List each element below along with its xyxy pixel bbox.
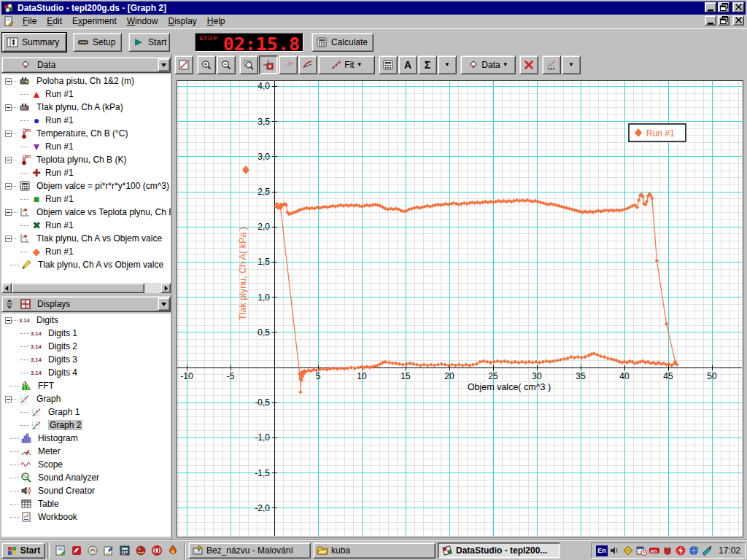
data-panel-dropdown[interactable] <box>158 58 170 71</box>
data-tree-item[interactable]: Tlak plynu, Ch A (kPa) <box>1 101 171 114</box>
data-tree-item[interactable]: Tlak plynu, Ch A vs Objem valce <box>1 258 171 271</box>
setup-button[interactable]: Setup <box>73 33 122 52</box>
quick-launch-opera-icon[interactable] <box>151 545 163 556</box>
document-close-button[interactable] <box>732 15 744 26</box>
text-annotation-button[interactable]: A <box>398 55 417 74</box>
displays-tree-item[interactable]: 3.14Digits 4 <box>1 366 171 379</box>
calculate-button[interactable]: Calculate <box>311 33 374 52</box>
quick-launch-dragon-icon[interactable] <box>135 545 147 556</box>
data-tree-item[interactable]: ■Run #1 <box>1 192 171 206</box>
expand-box[interactable] <box>5 183 12 190</box>
menu-file[interactable]: File <box>18 15 42 28</box>
tray-volume-icon[interactable] <box>609 545 621 556</box>
splitter-icon[interactable] <box>4 298 18 310</box>
menu-help[interactable]: Help <box>202 15 231 28</box>
displays-tree-item[interactable]: 3.14Digits 1 <box>1 327 171 340</box>
menu-edit[interactable]: Edit <box>42 15 67 28</box>
statistics-button[interactable]: Σ <box>418 55 437 74</box>
expand-box[interactable] <box>5 209 12 216</box>
data-menu-button[interactable]: Data▼ <box>460 55 516 74</box>
menu-display[interactable]: Display <box>163 15 201 28</box>
expand-box[interactable] <box>5 236 12 242</box>
displays-tree-item[interactable]: Graph 2 <box>1 419 171 432</box>
scroll-thumb[interactable] <box>12 283 144 293</box>
task-button[interactable]: Bez_názvu - Malování <box>188 542 311 559</box>
tray-scheduler-icon[interactable] <box>635 545 647 556</box>
document-minimize-button[interactable] <box>705 15 716 26</box>
expand-box[interactable] <box>5 104 12 111</box>
displays-panel-header[interactable]: Displays <box>1 296 171 312</box>
window-close-button[interactable] <box>732 2 744 12</box>
displays-tree-item[interactable]: Workbook <box>1 510 171 524</box>
data-tree-item[interactable]: ●Run #1 <box>1 114 171 127</box>
tray-ati-icon[interactable]: ATi <box>649 545 660 556</box>
legend[interactable]: Run #1 <box>629 124 686 141</box>
fit-menu-button[interactable]: Fit▼ <box>318 55 375 74</box>
tray-bee-icon[interactable] <box>622 545 634 556</box>
data-tree-item[interactable]: ◆Run #1 <box>1 245 171 258</box>
quick-launch-writer-icon[interactable] <box>103 545 115 556</box>
quick-launch-calc-blue-icon[interactable] <box>119 545 131 556</box>
document-restore-button[interactable] <box>718 15 729 26</box>
displays-panel-dropdown[interactable] <box>158 298 170 311</box>
displays-tree-item[interactable]: Scope <box>1 458 171 471</box>
displays-tree-item[interactable]: 3.14Digits 2 <box>1 340 171 353</box>
expand-box[interactable] <box>5 317 12 324</box>
slope-tool-button[interactable] <box>298 55 317 74</box>
quick-launch-notes-icon[interactable] <box>55 545 66 556</box>
zoom-select-button[interactable] <box>239 55 258 74</box>
quick-launch-flame-icon[interactable] <box>167 545 179 556</box>
displays-tree-item[interactable]: Sound Analyzer <box>1 471 171 484</box>
scroll-right-arrow[interactable] <box>160 283 171 293</box>
data-tree-item[interactable]: ▼Run #1 <box>1 140 171 153</box>
delete-button[interactable] <box>519 55 538 74</box>
tray-marker-icon[interactable] <box>701 545 713 556</box>
tray-devil-icon[interactable] <box>662 545 673 556</box>
calculator-button[interactable] <box>379 55 398 74</box>
data-tree-item[interactable]: yxObjem valce vs Teplota plynu, Ch B <box>1 206 171 219</box>
graph-canvas[interactable]: 4,03,53,02,52,01,51,00,5-0,5-1,0-1,5-2,0… <box>172 75 747 540</box>
data-tree-item[interactable]: RTDTeplota plynu, Ch B (K) <box>1 153 171 166</box>
displays-tree-item[interactable]: Histogram <box>1 432 171 445</box>
start-menu-button[interactable]: Start <box>1 542 45 559</box>
quick-launch-hand-icon[interactable] <box>87 545 98 556</box>
data-tree-item[interactable]: ✚Run #1 <box>1 166 171 179</box>
task-button[interactable]: DataStudio - tepl200... <box>438 542 560 559</box>
data-tree-item[interactable]: Objem valce = pi*r*r*y*100 (cm^3) <box>1 179 171 192</box>
data-tree-item[interactable]: ✖Run #1 <box>1 219 171 232</box>
displays-tree-item[interactable]: Meter <box>1 445 171 458</box>
displays-tree-item[interactable]: Table <box>1 497 171 510</box>
zoom-in-button[interactable] <box>197 55 216 74</box>
graph-settings-button[interactable] <box>542 55 561 74</box>
scale-to-fit-button[interactable] <box>174 55 193 74</box>
data-panel-header[interactable]: Data <box>1 57 171 73</box>
zoom-out-button[interactable] <box>217 55 236 74</box>
data-tree-item[interactable]: Poloha pistu, Ch 1&2 (m) <box>1 74 171 88</box>
smart-tool-button[interactable] <box>259 55 278 74</box>
statistics-menu-button[interactable]: ▼ <box>438 55 457 74</box>
xy-tool-button[interactable]: xy <box>279 55 298 74</box>
expand-box[interactable] <box>5 131 12 137</box>
scroll-left-arrow[interactable] <box>1 283 12 293</box>
window-minimize-button[interactable] <box>705 2 716 12</box>
menu-experiment[interactable]: Experiment <box>67 15 122 28</box>
data-tree-item[interactable]: RTDTemperature, Ch B (°C) <box>1 127 171 140</box>
displays-tree-item[interactable]: Sound Creator <box>1 484 171 497</box>
expand-box[interactable] <box>5 78 12 85</box>
graph-settings-menu-button[interactable]: ▼ <box>562 55 581 74</box>
task-button[interactable]: kuba <box>313 542 436 559</box>
data-tree-hscrollbar[interactable] <box>1 283 171 293</box>
graph-display[interactable]: 4,03,53,02,52,01,51,00,5-0,5-1,0-1,5-2,0… <box>172 75 747 540</box>
expand-box[interactable] <box>5 396 12 402</box>
start-button[interactable]: Start <box>128 33 170 52</box>
quick-launch-acrobat-icon[interactable] <box>71 545 82 556</box>
displays-tree-item[interactable]: 3.14Digits 3 <box>1 353 171 366</box>
expand-box[interactable] <box>5 157 12 163</box>
displays-tree-item[interactable]: Graph <box>1 392 171 405</box>
document-icon[interactable] <box>3 15 15 27</box>
displays-tree-item[interactable]: 3.14Digits <box>1 314 171 327</box>
tray-power-icon[interactable] <box>675 545 686 556</box>
tray-globe-icon[interactable] <box>688 545 700 556</box>
displays-tree-item[interactable]: Graph 1 <box>1 405 171 419</box>
displays-tree-item[interactable]: FFT <box>1 379 171 392</box>
